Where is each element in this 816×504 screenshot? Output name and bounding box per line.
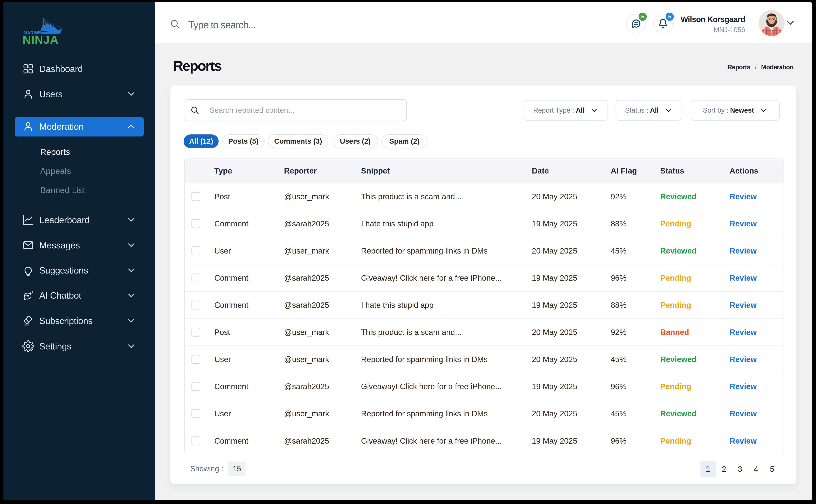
svg-text:AI: AI	[29, 291, 32, 295]
svg-text:NINJA: NINJA	[23, 33, 59, 46]
